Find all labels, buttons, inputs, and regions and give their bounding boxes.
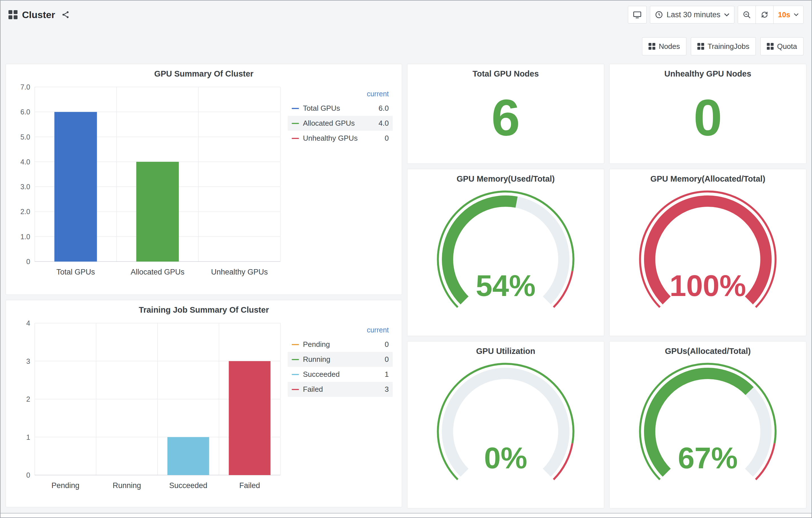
gauge-gpu-memory-allocated: 100% xyxy=(615,185,801,326)
series-color-dash xyxy=(292,344,299,345)
panel-title[interactable]: GPU Summary Of Cluster xyxy=(11,69,397,79)
legend-current-header: current xyxy=(288,324,393,337)
legend-current-header: current xyxy=(288,88,393,101)
legend-row[interactable]: Total GPUs6.0 xyxy=(288,101,393,116)
svg-text:6.0: 6.0 xyxy=(20,108,30,116)
svg-text:2.0: 2.0 xyxy=(20,208,30,215)
legend-label[interactable]: Pending xyxy=(303,340,382,349)
svg-text:Failed: Failed xyxy=(239,481,260,490)
nav-button-label: Quota xyxy=(777,42,797,51)
legend-label[interactable]: Total GPUs xyxy=(303,104,376,113)
breadcrumb: Cluster xyxy=(8,9,70,20)
legend-row[interactable]: Running0 xyxy=(288,352,393,367)
panel-gpus-allocated: GPUs(Allocated/Total) 67% xyxy=(609,341,806,509)
legend-label[interactable]: Failed xyxy=(303,385,382,394)
legend-value: 6.0 xyxy=(379,104,389,113)
svg-text:Allocated GPUs: Allocated GPUs xyxy=(131,268,185,276)
dashboard-links-row: Nodes TrainingJobs Quota xyxy=(1,29,811,64)
time-range-picker[interactable]: Last 30 minutes xyxy=(650,6,734,24)
legend-label[interactable]: Allocated GPUs xyxy=(303,119,376,128)
svg-text:1: 1 xyxy=(26,433,30,441)
dashboard-root: Cluster Last 30 minutes xyxy=(0,0,812,518)
nav-button-label: TrainingJobs xyxy=(707,42,749,51)
svg-text:Running: Running xyxy=(113,481,141,490)
dashboard-grid-icon[interactable] xyxy=(8,10,18,19)
legend-value: 1 xyxy=(385,370,389,379)
gpu-summary-legend: currentTotal GPUs6.0Allocated GPUs4.0Unh… xyxy=(288,88,393,280)
legend-row[interactable]: Pending0 xyxy=(288,337,393,352)
bottom-divider xyxy=(1,513,811,517)
training-job-bar-chart: 01234PendingRunningSucceededFailed xyxy=(11,316,288,494)
stat-value: 6 xyxy=(491,92,520,143)
refresh-button[interactable] xyxy=(756,6,773,24)
legend-row[interactable]: Failed3 xyxy=(288,382,393,397)
grid-icon xyxy=(697,43,704,50)
top-bar: Cluster Last 30 minutes xyxy=(1,1,811,29)
chevron-down-icon xyxy=(724,13,730,17)
gauge-gpu-memory-used: 54% xyxy=(412,185,599,326)
series-color-dash xyxy=(292,108,299,109)
panel-gpu-memory-allocated: GPU Memory(Allocated/Total) 100% xyxy=(609,169,806,336)
grid-icon xyxy=(767,43,774,50)
panel-title[interactable]: GPU Memory(Used/Total) xyxy=(412,174,599,183)
svg-text:Pending: Pending xyxy=(51,481,79,490)
nav-button-trainingjobs[interactable]: TrainingJobs xyxy=(691,37,756,55)
legend-label[interactable]: Running xyxy=(303,355,382,364)
zoom-out-button[interactable] xyxy=(738,6,756,24)
panel-gpu-summary: GPU Summary Of Cluster 01.02.03.04.05.06… xyxy=(6,64,402,295)
legend-row[interactable]: Unhealthy GPUs0 xyxy=(288,131,393,146)
legend-label[interactable]: Unhealthy GPUs xyxy=(303,134,382,143)
series-color-dash xyxy=(292,389,299,390)
gpu-summary-bar-chart: 01.02.03.04.05.06.07.0Total GPUsAllocate… xyxy=(11,80,288,280)
series-color-dash xyxy=(292,359,299,360)
panel-title[interactable]: GPUs(Allocated/Total) xyxy=(615,347,801,356)
time-range-label: Last 30 minutes xyxy=(667,10,721,19)
share-icon[interactable] xyxy=(61,10,70,19)
series-color-dash xyxy=(292,374,299,375)
gauge-gpus-allocated: 67% xyxy=(615,357,801,499)
svg-text:54%: 54% xyxy=(476,269,535,302)
series-color-dash xyxy=(292,138,299,139)
right-column: Total GPU Nodes 6 Unhealthy GPU Nodes 0 … xyxy=(407,64,806,509)
panel-total-gpu-nodes: Total GPU Nodes 6 xyxy=(407,64,604,164)
refresh-interval-dropdown[interactable]: 10s xyxy=(773,6,803,24)
svg-text:7.0: 7.0 xyxy=(20,83,30,91)
tv-mode-button[interactable] xyxy=(628,6,646,24)
svg-text:1.0: 1.0 xyxy=(20,233,30,241)
legend-value: 0 xyxy=(385,340,389,349)
svg-text:Unhealthy GPUs: Unhealthy GPUs xyxy=(211,268,268,276)
svg-text:2: 2 xyxy=(26,395,30,403)
chevron-down-icon xyxy=(794,13,799,17)
panel-unhealthy-gpu-nodes: Unhealthy GPU Nodes 0 xyxy=(609,64,806,164)
svg-text:Total GPUs: Total GPUs xyxy=(56,268,95,276)
legend-value: 0 xyxy=(385,355,389,364)
svg-text:0: 0 xyxy=(26,258,30,265)
svg-text:5.0: 5.0 xyxy=(20,133,30,141)
legend-value: 3 xyxy=(385,385,389,394)
svg-text:100%: 100% xyxy=(669,269,746,302)
svg-text:4: 4 xyxy=(26,319,30,327)
nav-button-quota[interactable]: Quota xyxy=(760,37,804,55)
legend-row[interactable]: Allocated GPUs4.0 xyxy=(288,116,393,131)
legend-row[interactable]: Succeeded1 xyxy=(288,367,393,382)
legend-label[interactable]: Succeeded xyxy=(303,370,382,379)
svg-text:0%: 0% xyxy=(484,441,527,474)
panel-title[interactable]: Total GPU Nodes xyxy=(412,69,599,79)
legend-value: 0 xyxy=(385,134,389,143)
refresh-interval-label: 10s xyxy=(778,10,790,19)
svg-text:4.0: 4.0 xyxy=(20,158,30,166)
legend-value: 4.0 xyxy=(379,119,389,128)
panel-title[interactable]: GPU Memory(Allocated/Total) xyxy=(615,174,801,183)
gauge-gpu-utilization: 0% xyxy=(412,357,599,499)
svg-text:3: 3 xyxy=(26,357,30,365)
monitor-icon xyxy=(633,10,642,19)
panel-title[interactable]: Unhealthy GPU Nodes xyxy=(615,69,801,79)
grid-icon xyxy=(648,43,655,50)
nav-button-nodes[interactable]: Nodes xyxy=(642,37,686,55)
panel-grid: GPU Summary Of Cluster 01.02.03.04.05.06… xyxy=(1,64,811,509)
svg-text:Succeeded: Succeeded xyxy=(169,481,207,490)
zoom-out-icon xyxy=(743,10,751,19)
panel-title[interactable]: Training Job Summary Of Cluster xyxy=(11,305,397,315)
refresh-icon xyxy=(760,10,769,19)
panel-title[interactable]: GPU Utilization xyxy=(412,347,599,356)
